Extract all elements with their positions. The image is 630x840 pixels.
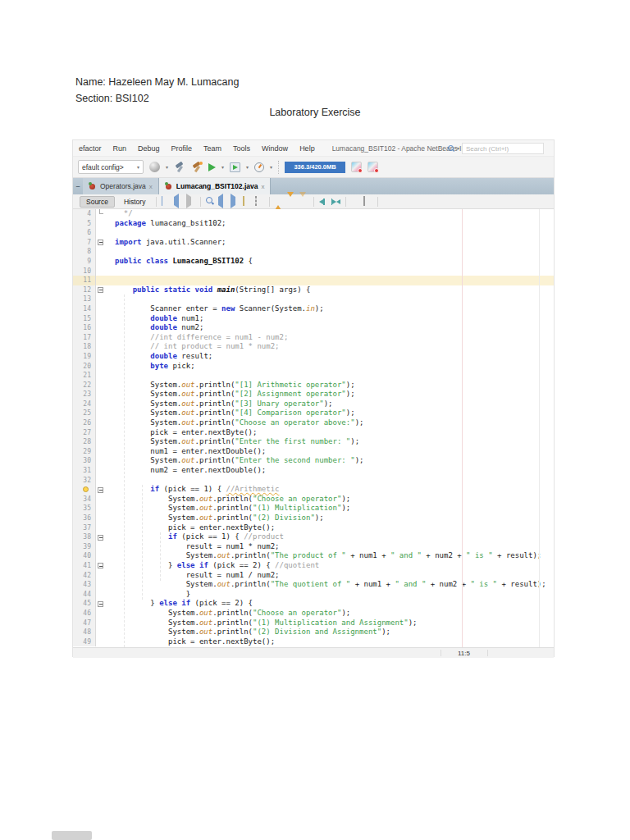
menu-run[interactable]: Run	[107, 144, 133, 153]
stop-macro-icon[interactable]	[363, 197, 372, 206]
line-number[interactable]: 34	[73, 495, 96, 504]
code-line[interactable]: 26 System.out.println("Choose an operato…	[73, 418, 554, 428]
line-number[interactable]: 6	[73, 228, 96, 238]
menu-debug[interactable]: Debug	[132, 144, 166, 153]
highlight-search-icon[interactable]	[243, 197, 252, 206]
line-number[interactable]: 26	[73, 418, 96, 428]
code-line[interactable]: 34 System.out.println("Choose an operato…	[73, 495, 554, 504]
source-view-button[interactable]: Source	[80, 196, 115, 208]
code-line[interactable]: if (pick == 1) { //Arithmetic	[73, 485, 554, 495]
tab-operators-java[interactable]: Operators.javax	[83, 178, 159, 194]
debug-icon[interactable]	[230, 162, 240, 172]
line-number[interactable]: 13	[73, 294, 96, 304]
line-number[interactable]: 4	[73, 209, 96, 219]
line-number[interactable]: 21	[73, 371, 96, 381]
code-line[interactable]: 9public class Lumacang_BSIT102 {	[73, 257, 554, 267]
search-input[interactable]	[462, 143, 544, 154]
record-macro-icon[interactable]	[351, 197, 360, 206]
next-bookmark-icon[interactable]	[287, 197, 296, 206]
line-number[interactable]	[73, 485, 96, 495]
find-previous-icon[interactable]	[218, 197, 227, 206]
code-line[interactable]: 35 System.out.println("(1) Multiplicatio…	[73, 504, 554, 514]
code-line[interactable]: 22 System.out.println("[1] Arithmetic op…	[73, 381, 554, 390]
code-line[interactable]: 19 double result;	[73, 352, 554, 362]
line-number[interactable]: 43	[73, 580, 96, 590]
line-number[interactable]: 22	[73, 381, 96, 390]
menu-efactor[interactable]: efactor	[73, 144, 107, 153]
code-line[interactable]: 21	[73, 371, 554, 381]
profile-gauge-icon[interactable]	[254, 162, 264, 172]
code-line[interactable]: 43 System.out.println("The quotient of "…	[73, 580, 554, 590]
menu-tools[interactable]: Tools	[227, 144, 256, 153]
code-line[interactable]: 31 num2 = enter.nextDouble();	[73, 466, 554, 476]
line-number[interactable]: 47	[73, 619, 96, 628]
tab-lumacang-bsit102-java[interactable]: Lumacang_BSIT102.javax	[159, 178, 272, 194]
line-number[interactable]: 39	[73, 542, 96, 552]
menu-team[interactable]: Team	[198, 144, 227, 153]
line-number[interactable]: 11	[73, 276, 96, 285]
code-line[interactable]: 29 num1 = enter.nextDouble();	[73, 447, 554, 457]
code-line[interactable]: 10	[73, 267, 554, 276]
code-line[interactable]: 28 System.out.println("Enter the first n…	[73, 437, 554, 447]
line-number[interactable]: 30	[73, 456, 96, 466]
code-line[interactable]: 47 System.out.println("(1) Multiplicatio…	[73, 619, 554, 628]
chevron-down-icon[interactable]: ▾	[221, 165, 224, 170]
globe-icon[interactable]	[149, 162, 160, 172]
line-number[interactable]: 28	[73, 437, 96, 447]
line-number[interactable]: 41	[73, 561, 96, 571]
back-icon[interactable]	[174, 197, 183, 206]
chevron-down-icon[interactable]: ▾	[270, 165, 272, 170]
code-line[interactable]: 49 pick = enter.nextByte();	[73, 637, 554, 647]
close-icon[interactable]: x	[149, 183, 153, 190]
chevron-down-icon[interactable]: ▾	[166, 165, 168, 170]
code-line[interactable]: 38 if (pick == 1) { //product	[73, 532, 554, 542]
line-number[interactable]: 46	[73, 609, 96, 619]
code-line[interactable]: 12 public static void main(String[] args…	[73, 285, 554, 295]
find-selection-icon[interactable]	[206, 197, 215, 206]
comment-icon[interactable]	[383, 197, 392, 206]
quick-search[interactable]: ▾	[448, 143, 544, 154]
code-line[interactable]: 44 }	[73, 590, 554, 600]
line-number[interactable]: 44	[73, 590, 96, 600]
code-line[interactable]: 5package lumacang_bsit102;	[73, 219, 554, 229]
line-number[interactable]: 32	[73, 476, 96, 486]
previous-bookmark-icon[interactable]	[275, 197, 284, 206]
line-number[interactable]: 27	[73, 428, 96, 438]
cube-badge-icon[interactable]	[351, 162, 362, 172]
code-line[interactable]: 20 byte pick;	[73, 362, 554, 372]
line-number[interactable]: 24	[73, 399, 96, 409]
memory-meter[interactable]: 336.3/420.0MB	[285, 162, 345, 173]
search-icon[interactable]	[448, 145, 454, 152]
code-line[interactable]: 14 Scanner enter = new Scanner(System.in…	[73, 304, 554, 314]
code-line[interactable]: 6	[73, 228, 554, 238]
line-number[interactable]: 31	[73, 466, 96, 476]
line-number[interactable]: 7	[73, 238, 96, 248]
line-number[interactable]: 8	[73, 247, 96, 257]
last-edit-icon[interactable]	[162, 197, 171, 206]
chevron-down-icon[interactable]: ▾	[246, 165, 249, 170]
line-number[interactable]: 19	[73, 352, 96, 362]
clean-build-icon[interactable]	[191, 162, 203, 173]
code-fold-icon[interactable]	[98, 287, 103, 293]
code-editor[interactable]: 4 */5package lumacang_bsit102;67import j…	[73, 209, 554, 647]
line-number[interactable]: 49	[73, 637, 96, 647]
code-fold-icon[interactable]	[98, 240, 103, 245]
menu-profile[interactable]: Profile	[166, 144, 199, 153]
uncomment-icon[interactable]	[395, 197, 404, 206]
run-icon[interactable]	[208, 163, 216, 171]
code-line[interactable]: 8	[73, 247, 554, 257]
code-line[interactable]: 39 result = num1 * num2;	[73, 542, 554, 552]
code-line[interactable]: 15 double num1;	[73, 314, 554, 324]
code-line[interactable]: 46 System.out.println("Choose an operato…	[73, 609, 554, 619]
code-line[interactable]: 27 pick = enter.nextByte();	[73, 428, 554, 438]
close-icon[interactable]: x	[261, 183, 264, 190]
line-number[interactable]: 15	[73, 314, 96, 324]
find-next-icon[interactable]	[231, 197, 240, 206]
code-line[interactable]: 37 pick = enter.nextByte();	[73, 523, 554, 533]
code-line[interactable]: 48 System.out.println("(2) Division and …	[73, 628, 554, 637]
toggle-bookmark-icon[interactable]	[299, 197, 308, 206]
line-number[interactable]: 29	[73, 447, 96, 457]
code-line[interactable]: 11	[73, 276, 554, 285]
line-number[interactable]: 17	[73, 333, 96, 343]
history-view-button[interactable]: History	[118, 197, 151, 207]
